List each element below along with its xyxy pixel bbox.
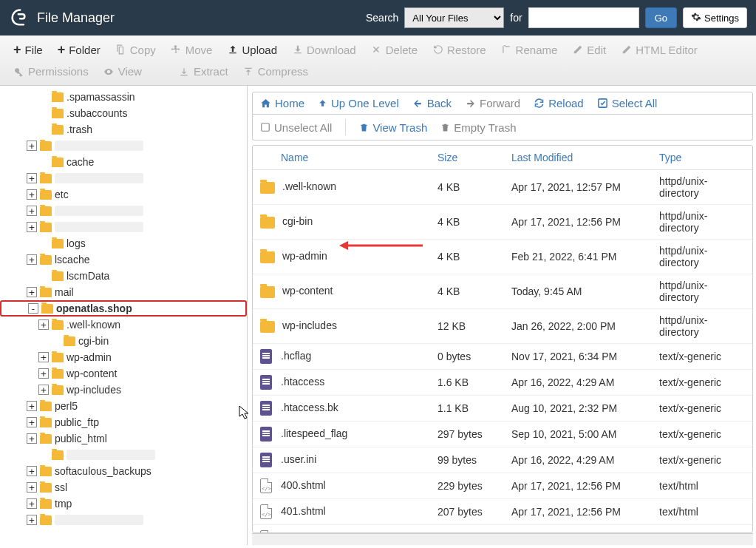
- table-row[interactable]: .well-known4 KBApr 17, 2021, 12:57 PMhtt…: [253, 170, 752, 205]
- delete-button[interactable]: Delete: [364, 38, 425, 61]
- up-one-level-link[interactable]: Up One Level: [318, 97, 399, 109]
- tree-node[interactable]: +public_ftp: [0, 414, 247, 430]
- folder-icon: [260, 182, 275, 194]
- tree-node[interactable]: +tmp: [0, 495, 247, 512]
- settings-button[interactable]: Settings: [683, 7, 747, 28]
- col-type[interactable]: Type: [652, 146, 752, 170]
- tree-node[interactable]: +wp-admin: [0, 349, 247, 365]
- col-modified[interactable]: Last Modified: [504, 146, 652, 170]
- new-folder-button[interactable]: +Folder: [50, 38, 108, 61]
- table-row[interactable]: .user.ini99 bytesApr 16, 2022, 4:29 AMte…: [253, 447, 752, 473]
- expand-icon[interactable]: +: [38, 368, 49, 379]
- copy-button[interactable]: Copy: [108, 38, 163, 61]
- expand-icon[interactable]: +: [27, 141, 37, 151]
- permissions-button[interactable]: Permissions: [6, 61, 96, 82]
- tree-node[interactable]: cache: [0, 154, 247, 170]
- tree-node[interactable]: +public_html: [0, 430, 247, 447]
- tree-node[interactable]: +.well-known: [0, 317, 247, 333]
- col-name[interactable]: Name: [253, 146, 430, 170]
- tree-node[interactable]: +mail: [0, 284, 247, 300]
- file-table-wrap[interactable]: Name Size Last Modified Type .well-known…: [252, 145, 753, 533]
- tree-node[interactable]: .trash: [0, 121, 247, 138]
- expand-icon[interactable]: +: [27, 189, 37, 200]
- tree-node[interactable]: +softaculous_backups: [0, 463, 247, 479]
- reload-link[interactable]: Reload: [534, 97, 584, 109]
- tree-node[interactable]: -openatlas.shop: [0, 300, 247, 317]
- expand-icon[interactable]: +: [27, 433, 37, 444]
- tree-node[interactable]: .spamassassin: [0, 89, 247, 105]
- tree-node[interactable]: +etc: [0, 186, 247, 203]
- tree-node[interactable]: logs: [0, 235, 247, 251]
- table-row[interactable]: .litespeed_flag297 bytesSep 10, 2021, 5:…: [253, 422, 752, 447]
- file-size: 1.6 KB: [430, 370, 504, 396]
- search-go-button[interactable]: Go: [645, 7, 677, 28]
- view-trash-link[interactable]: View Trash: [359, 121, 427, 134]
- expand-icon[interactable]: +: [38, 352, 49, 362]
- tree-node[interactable]: +: [0, 138, 247, 154]
- table-row[interactable]: 400.shtml229 bytesApr 17, 2021, 12:56 PM…: [253, 473, 752, 499]
- compress-button[interactable]: Compress: [236, 61, 316, 82]
- extract-button[interactable]: Extract: [171, 61, 236, 82]
- expand-icon[interactable]: +: [27, 417, 37, 427]
- tree-node[interactable]: +: [0, 170, 247, 186]
- back-link[interactable]: Back: [412, 97, 452, 109]
- expand-icon[interactable]: +: [38, 319, 49, 330]
- expand-icon[interactable]: +: [27, 498, 37, 509]
- restore-button[interactable]: Restore: [425, 38, 494, 61]
- tree-node[interactable]: .subaccounts: [0, 105, 247, 121]
- table-row[interactable]: 401.shtml207 bytesApr 17, 2021, 12:56 PM…: [253, 499, 752, 525]
- expand-icon[interactable]: +: [27, 254, 37, 265]
- folder-tree-pane[interactable]: .spamassassin.subaccounts.trash+cache++e…: [0, 86, 248, 545]
- rename-button[interactable]: Rename: [494, 38, 565, 61]
- col-size[interactable]: Size: [430, 146, 504, 170]
- view-button[interactable]: View: [96, 61, 149, 82]
- edit-button[interactable]: Edit: [565, 38, 613, 61]
- html-editor-button[interactable]: HTML Editor: [613, 38, 705, 61]
- new-file-button[interactable]: +File: [6, 38, 50, 61]
- expand-icon[interactable]: +: [27, 222, 37, 232]
- empty-trash-link[interactable]: Empty Trash: [440, 121, 516, 134]
- tree-node[interactable]: +lscache: [0, 251, 247, 268]
- select-all-link[interactable]: Select All: [597, 97, 658, 109]
- home-link[interactable]: Home: [260, 97, 304, 109]
- expand-icon[interactable]: +: [27, 515, 37, 525]
- horizontal-scrollbar[interactable]: [252, 533, 753, 545]
- tree-node[interactable]: cgi-bin: [0, 333, 247, 349]
- table-row[interactable]: cgi-bin4 KBApr 17, 2021, 12:56 PMhttpd/u…: [253, 205, 752, 240]
- tree-node[interactable]: lscmData: [0, 268, 247, 284]
- tree-node[interactable]: +: [0, 219, 247, 235]
- tree-node[interactable]: +wp-content: [0, 365, 247, 382]
- expand-icon[interactable]: +: [38, 385, 49, 395]
- upload-button[interactable]: Upload: [219, 38, 285, 61]
- expand-icon[interactable]: +: [27, 206, 37, 216]
- table-row[interactable]: .htaccess.bk1.1 KBAug 10, 2021, 2:32 PMt…: [253, 396, 752, 422]
- folder-icon: [52, 239, 64, 248]
- tree-node[interactable]: +ssl: [0, 479, 247, 495]
- tree-node[interactable]: +: [0, 512, 247, 528]
- table-row[interactable]: .htaccess1.6 KBApr 16, 2022, 4:29 AMtext…: [253, 370, 752, 396]
- collapse-icon[interactable]: -: [28, 303, 38, 314]
- tree-node[interactable]: [0, 447, 247, 463]
- expand-icon[interactable]: +: [27, 287, 37, 297]
- search-scope-select[interactable]: All Your Files: [404, 7, 504, 28]
- expand-icon[interactable]: +: [27, 401, 37, 411]
- expand-icon[interactable]: +: [27, 482, 37, 493]
- table-row[interactable]: wp-admin4 KBFeb 21, 2022, 6:41 PMhttpd/u…: [253, 240, 752, 274]
- search-input[interactable]: [528, 7, 639, 28]
- expand-icon[interactable]: +: [27, 466, 37, 476]
- document-icon: [260, 349, 272, 364]
- table-row[interactable]: .hcflag0 bytesNov 17, 2021, 6:34 PMtext/…: [253, 344, 752, 370]
- table-row[interactable]: 403.shtml203 bytesApr 17, 2021, 12:56 PM…: [253, 525, 752, 534]
- move-button[interactable]: Move: [163, 38, 220, 61]
- tree-node[interactable]: +: [0, 203, 247, 219]
- tree-node[interactable]: +wp-includes: [0, 382, 247, 398]
- download-button[interactable]: Download: [285, 38, 364, 61]
- folder-icon: [40, 434, 52, 444]
- unselect-all-link[interactable]: Unselect All: [260, 121, 332, 134]
- extract-icon: [179, 66, 190, 77]
- forward-link[interactable]: Forward: [465, 97, 520, 109]
- table-row[interactable]: wp-includes12 KBJan 26, 2022, 2:00 PMhtt…: [253, 309, 752, 344]
- tree-node[interactable]: +perl5: [0, 398, 247, 414]
- table-row[interactable]: wp-content4 KBToday, 9:45 AMhttpd/unix-d…: [253, 274, 752, 309]
- expand-icon[interactable]: +: [27, 173, 37, 183]
